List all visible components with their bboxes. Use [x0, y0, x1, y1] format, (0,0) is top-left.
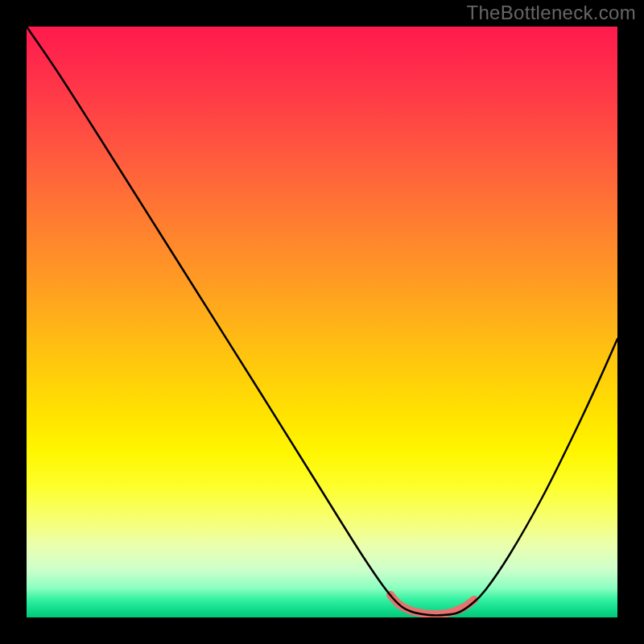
watermark-text: TheBottleneck.com [466, 2, 636, 24]
main-curve [27, 27, 617, 615]
curve-layer [27, 27, 617, 617]
plot-area [27, 27, 617, 617]
chart-frame: TheBottleneck.com [0, 0, 644, 644]
